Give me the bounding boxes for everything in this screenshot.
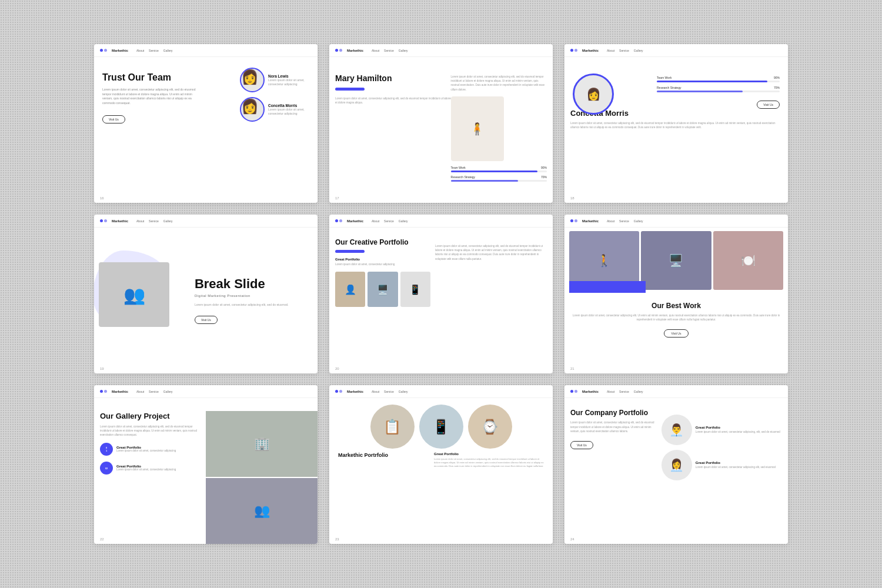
- gallery-item-1: 0 1 Great Portfolio Lorem ipsum dolor si…: [100, 443, 202, 456]
- gallery-item-2-num: 02: [100, 462, 113, 475]
- progress-track-2: [451, 180, 547, 182]
- gallery-item-2-num-text: 02: [105, 467, 108, 470]
- slide-7-number: 22: [100, 537, 104, 541]
- s3-progress-row-1: Team Work 90%: [657, 76, 780, 82]
- nav-links-7: About Service Gallery: [136, 390, 173, 393]
- person-2-avatar: 👩: [240, 97, 265, 122]
- gallery-item-1-desc: Lorem ipsum dolor sit amet, consectetur …: [116, 449, 176, 453]
- nav-about-5[interactable]: About: [372, 219, 379, 223]
- nav-service-7[interactable]: Service: [149, 390, 159, 393]
- dot-purple-8: [339, 390, 342, 393]
- nav-service-6[interactable]: Service: [619, 219, 629, 223]
- dot-blue-8: [335, 390, 338, 393]
- slide-7-photo-bottom-icon: 👥: [254, 503, 270, 519]
- dot-purple-5: [339, 219, 342, 222]
- nav-about-9[interactable]: About: [607, 390, 614, 393]
- slide-5-right: Lorem ipsum dolor sit amet, consectetur …: [435, 244, 547, 266]
- slide-8-photo-2: 📱: [419, 405, 463, 449]
- slide-2-body: Lorem ipsum dolor sit amet, consectetur …: [335, 96, 452, 105]
- slide-9: Markethic About Service Gallery Our Comp…: [564, 385, 788, 544]
- slide-9-avatar-1: 👨‍💼: [662, 415, 692, 445]
- nav-links-3: About Service Gallery: [607, 49, 643, 52]
- slide-6-bottom: Our Best Work Lorem ipsum dolor sit amet…: [569, 299, 783, 338]
- slide-8-nav: Markethic About Service Gallery: [329, 385, 553, 398]
- slide-7-photo-top-icon: 🏢: [254, 436, 270, 452]
- nav-service[interactable]: Service: [149, 49, 159, 52]
- nav-links-6: About Service Gallery: [607, 219, 643, 223]
- slide-5-portfolio-desc: Lorem ipsum dolor sit amet, consectetur …: [335, 263, 430, 267]
- nav-gallery-6[interactable]: Gallery: [634, 219, 643, 223]
- slide-1-people: 👩 Nora Lewis Lorem ipsum dolor sit amet,…: [240, 68, 309, 122]
- dot-blue-4: [100, 219, 103, 222]
- s3-progress-label-1: Team Work: [657, 76, 671, 79]
- nav-dots-3: [570, 49, 577, 52]
- nav-gallery-7[interactable]: Gallery: [163, 390, 173, 393]
- nav-service-2[interactable]: Service: [384, 49, 394, 52]
- person-2-container: 👩 Concetta Morris Lorem ipsum dolor sit …: [240, 97, 309, 122]
- nav-gallery-2[interactable]: Gallery: [399, 49, 408, 52]
- nav-about-6[interactable]: About: [607, 219, 614, 223]
- slide-9-portfolio-label-2: Great Portfolio: [696, 461, 776, 465]
- slide-6-top-photos: 🚶 🖥️ 🍽️: [569, 231, 783, 290]
- nav-gallery-8[interactable]: Gallery: [399, 390, 408, 393]
- nav-service-8[interactable]: Service: [384, 390, 394, 393]
- slide-3-number: 18: [570, 196, 574, 200]
- slide-2-desc-right: Lorem ipsum dolor sit amet, consectetur …: [451, 75, 547, 92]
- nav-service-9[interactable]: Service: [619, 390, 629, 393]
- gallery-item-2-desc: Lorem ipsum dolor sit amet, consectetur …: [116, 468, 176, 472]
- dot-purple-3: [574, 49, 577, 52]
- photo-icon-3: 📱: [409, 284, 421, 295]
- dot-blue: [100, 49, 103, 52]
- nav-brand-2: Markethic: [347, 49, 363, 52]
- slide-1-nav: Markethic About Service Gallery: [94, 44, 318, 57]
- slide-4-button[interactable]: Visit Us: [195, 316, 218, 324]
- slide-3-visit-btn[interactable]: Visit Us: [757, 101, 780, 109]
- nav-gallery[interactable]: Gallery: [163, 49, 173, 52]
- progress-fill-1: [451, 171, 537, 172]
- slide-9-avatar-2: 👩‍💼: [662, 450, 692, 480]
- nav-service-4[interactable]: Service: [149, 219, 159, 223]
- nav-about[interactable]: About: [136, 49, 144, 52]
- nav-gallery-3[interactable]: Gallery: [634, 49, 643, 52]
- slide-9-button[interactable]: Visit Us: [570, 441, 593, 449]
- nav-dots-7: [100, 390, 107, 393]
- nav-about-2[interactable]: About: [372, 49, 379, 52]
- slide-9-portfolio-item-1: 👨‍💼 Great Portfolio Lorem ipsum dolor si…: [662, 415, 782, 445]
- nav-about-8[interactable]: About: [372, 390, 379, 393]
- nav-about-3[interactable]: About: [607, 49, 614, 52]
- nav-links-5: About Service Gallery: [372, 219, 408, 223]
- nav-links-2: About Service Gallery: [372, 49, 408, 52]
- nav-brand-5: Markethic: [347, 219, 363, 223]
- dot-blue-9: [570, 390, 573, 393]
- slide-7-left: Our Gallery Project Lorem ipsum dolor si…: [100, 412, 202, 475]
- slide-7: Markethic About Service Gallery Our Gall…: [94, 385, 318, 544]
- nav-dots-4: [100, 219, 107, 222]
- dot-purple-7: [104, 390, 107, 393]
- nav-service-5[interactable]: Service: [384, 219, 394, 223]
- s3-progress-fill-2: [657, 91, 743, 92]
- nav-about-4[interactable]: About: [136, 219, 144, 223]
- slide-6-button[interactable]: Visit Us: [664, 329, 689, 338]
- s3-progress-label-2: Research Strategy: [657, 86, 681, 89]
- progress-label-2: Research Strategy: [451, 175, 475, 179]
- slide-9-portfolio-desc-1: Lorem ipsum dolor sit amet, consectetur …: [696, 430, 780, 434]
- slide-2: Markethic About Service Gallery Mary Ham…: [329, 44, 553, 203]
- nav-gallery-4[interactable]: Gallery: [163, 219, 173, 223]
- slide-1-visit-button[interactable]: Visit Us: [102, 115, 125, 123]
- nav-links-4: About Service Gallery: [136, 219, 173, 223]
- nav-gallery-5[interactable]: Gallery: [399, 219, 408, 223]
- slide-4-photo: 👥: [99, 262, 169, 327]
- s3-progress-fill-1: [657, 81, 767, 82]
- gallery-item-2: 02 Great Portfolio Lorem ipsum dolor sit…: [100, 462, 202, 475]
- dot-purple: [104, 49, 107, 52]
- slide-2-content: Mary Hamilton Lorem ipsum dolor sit amet…: [329, 57, 553, 203]
- slide-5-desc: Lorem ipsum dolor sit amet, consectetur …: [435, 244, 547, 261]
- nav-about-7[interactable]: About: [136, 390, 144, 393]
- nav-service-3[interactable]: Service: [619, 49, 629, 52]
- slide-2-number: 17: [335, 196, 339, 200]
- slide-9-body: Lorem ipsum dolor sit amet, consectetur …: [570, 420, 659, 433]
- nav-gallery-9[interactable]: Gallery: [634, 390, 643, 393]
- slide-7-photo-top: 🏢: [206, 411, 318, 477]
- photo-icon-2: 🖥️: [377, 284, 389, 295]
- nav-dots-6: [570, 219, 577, 222]
